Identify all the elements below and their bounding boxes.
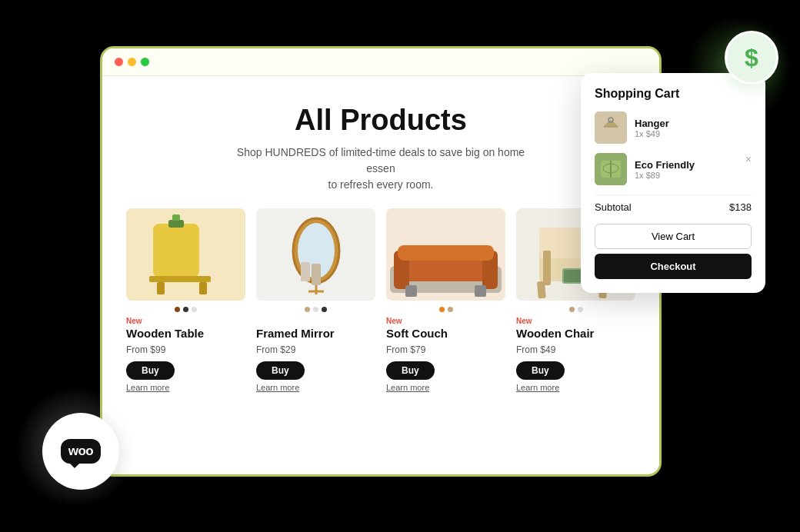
page-header: All Products Shop HUNDREDS of limited-ti… [212, 76, 550, 208]
product-badge-wooden-chair: New [516, 317, 635, 325]
svg-rect-21 [475, 285, 486, 297]
view-cart-button[interactable]: View Cart [595, 224, 752, 249]
product-price-soft-couch: From $79 [386, 344, 505, 355]
woo-label: woo [68, 444, 94, 459]
buy-button-wooden-table[interactable]: Buy [126, 361, 175, 380]
dollar-symbol: $ [745, 44, 758, 72]
buy-button-wooden-chair[interactable]: Buy [516, 361, 565, 380]
product-name-wooden-chair: Wooden Chair [516, 327, 635, 340]
cart-item-hanger: Hanger 1x $49 [595, 111, 752, 144]
svg-rect-3 [172, 214, 180, 221]
learn-more-wooden-chair[interactable]: Learn more [516, 383, 635, 392]
products-grid: New Wooden Table From $99 Buy Learn more [102, 208, 659, 392]
product-image-soft-couch [386, 208, 505, 301]
svg-rect-31 [595, 111, 627, 144]
cart-item-name-hanger: Hanger [635, 118, 752, 129]
product-dots-wooden-chair [516, 307, 635, 312]
product-dot [448, 307, 453, 312]
cart-item-qty-hanger: 1x $49 [635, 129, 752, 138]
browser-titlebar [102, 48, 659, 76]
product-image-wooden-table [126, 208, 245, 301]
product-dot [313, 307, 318, 312]
traffic-light-green [141, 58, 149, 66]
product-price-wooden-chair: From $49 [516, 344, 635, 355]
product-badge-framed-mirror: . [256, 317, 375, 325]
svg-rect-4 [149, 276, 211, 282]
traffic-light-red [115, 58, 123, 66]
dollar-badge: $ [725, 31, 778, 85]
cart-item-image-hanger [595, 111, 627, 144]
product-card-wooden-table: New Wooden Table From $99 Buy Learn more [126, 208, 245, 392]
learn-more-soft-couch[interactable]: Learn more [386, 383, 505, 392]
product-dot [183, 307, 188, 312]
svg-rect-13 [312, 264, 321, 285]
browser-content: All Products Shop HUNDREDS of limited-ti… [102, 76, 659, 471]
cart-item-remove-eco[interactable]: × [745, 153, 752, 165]
cart-subtotal: Subtotal $138 [595, 201, 752, 213]
svg-rect-27 [543, 251, 551, 285]
learn-more-framed-mirror[interactable]: Learn more [256, 383, 375, 392]
product-price-framed-mirror: From $29 [256, 344, 375, 355]
page-title: All Products [227, 104, 535, 137]
buy-button-framed-mirror[interactable]: Buy [256, 361, 305, 380]
cart-item-details-eco: Eco Friendly 1x $89 [635, 159, 752, 180]
product-dot [305, 307, 310, 312]
woo-logo: woo [61, 439, 102, 464]
cart-item-qty-eco: 1x $89 [635, 171, 752, 180]
product-name-wooden-table: Wooden Table [126, 327, 245, 340]
product-image-framed-mirror [256, 208, 375, 301]
woo-badge: woo [42, 413, 119, 490]
cart-subtotal-value: $138 [729, 201, 752, 213]
page-subtitle: Shop HUNDREDS of limited-time deals to s… [227, 145, 535, 193]
checkout-button[interactable]: Checkout [595, 254, 752, 279]
product-badge-wooden-table: New [126, 317, 245, 325]
product-dots-soft-couch [386, 307, 505, 312]
product-dot [578, 307, 583, 312]
svg-rect-19 [398, 245, 494, 261]
svg-rect-2 [168, 220, 184, 228]
traffic-light-yellow [128, 58, 136, 66]
cart-divider [595, 195, 752, 195]
svg-rect-12 [301, 262, 310, 281]
browser-window: All Products Shop HUNDREDS of limited-ti… [100, 46, 662, 477]
product-card-framed-mirror: . Framed Mirror From $29 Buy Learn more [256, 208, 375, 392]
product-dot [192, 307, 197, 312]
product-dot [175, 307, 180, 312]
product-dot [439, 307, 445, 312]
svg-rect-1 [153, 224, 199, 278]
cart-item-name-eco: Eco Friendly [635, 159, 752, 171]
cart-item-eco: Eco Friendly 1x $89 × [595, 153, 752, 185]
cart-item-details-hanger: Hanger 1x $49 [635, 118, 752, 138]
product-price-wooden-table: From $99 [126, 344, 245, 355]
product-dots-wooden-table [126, 307, 245, 312]
svg-rect-5 [157, 282, 165, 294]
shopping-cart-popup: Shopping Cart Hanger 1x $49 Eco Friendl [581, 73, 765, 293]
cart-title: Shopping Cart [595, 87, 752, 101]
product-dot [322, 307, 327, 312]
product-dot [569, 307, 575, 312]
product-card-soft-couch: New Soft Couch From $79 Buy Learn more [386, 208, 505, 392]
svg-rect-6 [199, 282, 207, 294]
buy-button-soft-couch[interactable]: Buy [386, 361, 435, 380]
product-dots-framed-mirror [256, 307, 375, 312]
svg-rect-20 [405, 285, 417, 297]
product-name-framed-mirror: Framed Mirror [256, 327, 375, 340]
cart-subtotal-label: Subtotal [595, 201, 632, 213]
learn-more-wooden-table[interactable]: Learn more [126, 383, 245, 392]
product-badge-soft-couch: New [386, 317, 505, 325]
cart-item-image-eco [595, 153, 627, 185]
product-name-soft-couch: Soft Couch [386, 327, 505, 340]
